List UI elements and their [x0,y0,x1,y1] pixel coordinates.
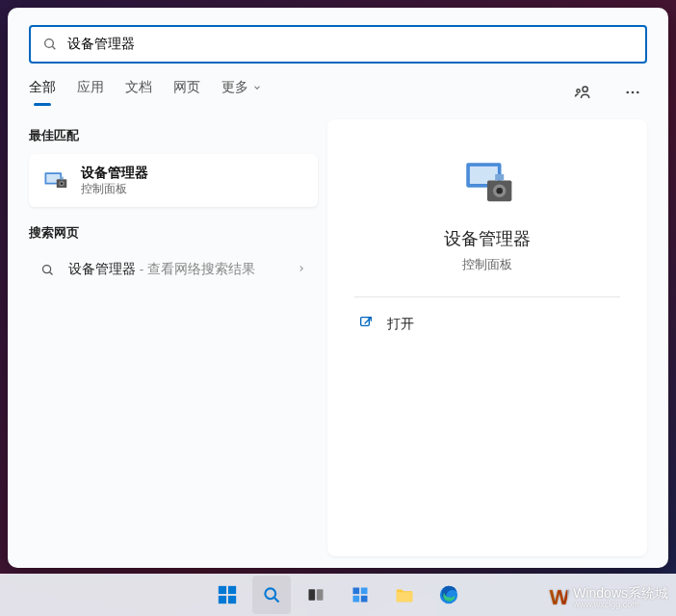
svg-point-0 [45,39,54,48]
tab-more-label: 更多 [221,79,248,96]
results-area: 最佳匹配 设备管理器 控制面板 搜索网页 设备管理器 - 查看网络搜索结果 [8,108,668,568]
web-search-result[interactable]: 设备管理器 - 查看网络搜索结果 [29,251,318,288]
tab-web[interactable]: 网页 [173,79,200,106]
svg-rect-33 [361,596,368,603]
open-label: 打开 [387,316,414,333]
search-bar[interactable] [29,25,647,64]
svg-rect-32 [353,596,360,603]
search-input[interactable] [67,37,634,52]
more-options-icon[interactable] [618,78,647,107]
filter-tabs: 全部 应用 文档 网页 更多 [29,77,647,108]
open-action[interactable]: 打开 [354,305,620,343]
svg-point-19 [496,188,503,194]
svg-point-2 [583,87,587,91]
svg-rect-34 [397,592,413,602]
svg-rect-12 [60,176,64,179]
watermark-url: www.wxclgg.com [573,601,668,610]
edge-browser[interactable] [429,576,468,614]
result-title: 设备管理器 [81,164,148,181]
tab-all[interactable]: 全部 [29,79,56,106]
svg-rect-25 [228,596,236,603]
watermark-brand: Windows系统城 [573,585,668,601]
chevron-right-icon [297,263,306,276]
search-panel: 全部 应用 文档 网页 更多 最佳匹配 设备管理器 控制面板 [8,8,668,568]
result-subtitle: 控制面板 [81,181,148,197]
svg-point-4 [626,91,629,94]
search-icon [42,37,58,52]
svg-line-1 [52,46,55,49]
tab-documents[interactable]: 文档 [125,79,152,106]
open-icon [358,315,374,333]
svg-point-5 [632,91,635,94]
svg-rect-24 [219,596,226,603]
device-manager-icon [40,167,69,195]
widgets-button[interactable] [341,576,379,614]
detail-actions: 打开 [354,305,620,343]
svg-line-27 [274,598,279,603]
tab-apps[interactable]: 应用 [77,79,104,106]
svg-point-11 [61,182,63,184]
svg-rect-21 [361,318,370,326]
svg-rect-22 [219,586,226,594]
svg-line-14 [50,271,53,274]
task-view[interactable] [297,576,335,614]
chevron-down-icon [252,83,262,92]
taskbar-search[interactable] [252,576,291,614]
tab-more[interactable]: 更多 [221,79,262,106]
start-button[interactable] [208,576,247,614]
svg-rect-20 [495,174,504,180]
file-explorer[interactable] [385,576,424,614]
svg-rect-31 [361,588,368,595]
best-match-result[interactable]: 设备管理器 控制面板 [29,154,318,207]
web-result-text: 设备管理器 - 查看网络搜索结果 [68,261,283,278]
divider [354,296,620,297]
results-list: 最佳匹配 设备管理器 控制面板 搜索网页 设备管理器 - 查看网络搜索结果 [29,119,318,556]
svg-point-3 [577,90,580,92]
svg-rect-30 [353,588,360,595]
search-web-header: 搜索网页 [29,224,318,242]
search-icon [40,263,55,277]
svg-point-26 [265,588,275,599]
svg-rect-23 [228,586,236,594]
device-manager-icon-large [459,156,515,212]
svg-point-13 [43,265,51,272]
detail-title: 设备管理器 [444,227,531,250]
svg-rect-28 [309,589,316,601]
watermark: W Windows系统城 www.wxclgg.com [549,586,668,610]
detail-subtitle: 控制面板 [462,256,512,273]
detail-pane: 设备管理器 控制面板 打开 [327,119,647,556]
best-match-header: 最佳匹配 [29,127,318,144]
account-icon[interactable] [568,78,597,107]
svg-point-6 [637,91,639,94]
svg-rect-29 [317,589,324,601]
watermark-logo: W [549,586,567,609]
